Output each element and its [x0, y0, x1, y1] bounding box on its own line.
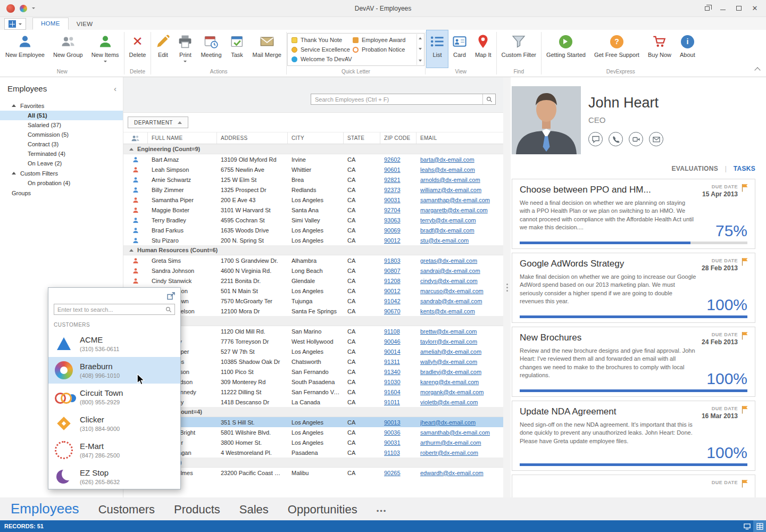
zip-link[interactable]: 91011	[384, 399, 413, 405]
zip-link[interactable]: 90069	[384, 227, 413, 234]
email-link[interactable]: robertr@dx-email.com	[420, 450, 499, 456]
delete-button[interactable]: ✕ Delete	[125, 30, 151, 68]
customer-item[interactable]: E-Mart (847) 286-2500	[48, 437, 180, 463]
chat-button[interactable]	[588, 132, 603, 146]
zip-link[interactable]: 91030	[384, 379, 413, 385]
zip-link[interactable]: 91340	[384, 369, 413, 375]
module-nav-item[interactable]: Customers	[98, 503, 155, 517]
email-link[interactable]: arnolds@dx-email.com	[420, 177, 499, 183]
search-button[interactable]	[482, 94, 495, 104]
employee-row[interactable]: Stu Pizaro 200 N. Spring St Los Angeles …	[123, 235, 503, 245]
maximize-button[interactable]	[731, 2, 747, 15]
popout-icon[interactable]	[167, 292, 175, 300]
touch-mode-icon[interactable]	[740, 520, 753, 532]
email-link[interactable]: bradf@dx-email.com	[420, 227, 499, 234]
module-nav-item[interactable]: •••	[377, 507, 387, 515]
module-nav-item[interactable]: Products	[174, 503, 220, 517]
quick-letter-item[interactable]: Thank You Note	[292, 35, 353, 45]
email-button[interactable]	[649, 132, 663, 146]
zip-link[interactable]: 90036	[384, 429, 413, 436]
sidebar-item[interactable]: Salaried (37)	[0, 120, 123, 130]
column-header-state[interactable]: STATE	[344, 132, 380, 144]
column-header-address[interactable]: ADDRESS	[217, 132, 288, 144]
new-items-button[interactable]: New Items	[87, 30, 123, 68]
column-header-full-name[interactable]: FULL NAME	[148, 132, 217, 144]
about-button[interactable]: i About	[676, 30, 700, 68]
zip-link[interactable]: 91103	[384, 450, 413, 456]
grid-view-icon[interactable]	[753, 520, 766, 532]
email-link[interactable]: morgank@dx-email.com	[420, 389, 499, 395]
meeting-button[interactable]: Meeting	[196, 30, 226, 68]
call-button[interactable]	[609, 132, 623, 146]
employee-row[interactable]: Sandra Johnson 4600 N Virginia Rd. Long …	[123, 265, 503, 276]
scroll-up-icon[interactable]	[419, 36, 422, 39]
scroll-down-icon[interactable]	[419, 48, 422, 52]
quick-letter-item[interactable]: Welcome To DevAV	[292, 54, 353, 64]
zip-link[interactable]: 92821	[384, 177, 413, 183]
email-link[interactable]: leahs@dx-email.com	[420, 167, 499, 173]
zip-link[interactable]: 92602	[384, 156, 413, 163]
sidebar-section[interactable]: Favorites	[0, 101, 123, 111]
email-link[interactable]: gretas@dx-email.com	[420, 257, 499, 264]
module-nav-item[interactable]: Employees	[11, 501, 79, 517]
zip-link[interactable]: 91108	[384, 328, 413, 335]
customer-item[interactable]: Braeburn (408) 996-1010	[48, 357, 180, 384]
map-it-button[interactable]: Map It	[471, 30, 496, 68]
sidebar-item[interactable]: Contract (3)	[0, 139, 123, 149]
zip-link[interactable]: 90014	[384, 348, 413, 355]
email-link[interactable]: barta@dx-email.com	[420, 156, 499, 163]
sidebar-item[interactable]: On probation (4)	[0, 178, 123, 188]
column-header-zip-code[interactable]: ZIP CODE	[380, 132, 417, 144]
zip-link[interactable]: 91311	[384, 359, 413, 365]
theme-color-icon[interactable]	[20, 5, 27, 12]
email-link[interactable]: sandrab@dx-email.com	[420, 298, 499, 304]
zip-link[interactable]: 90031	[384, 197, 413, 203]
new-group-button[interactable]: New Group	[49, 30, 87, 68]
task-button[interactable]: Task	[226, 30, 248, 68]
customer-item[interactable]: Clicker (310) 884-9000	[48, 410, 180, 437]
view-list-button[interactable]: List	[426, 30, 448, 68]
email-link[interactable]: arthurm@dx-email.com	[420, 439, 499, 446]
employee-row[interactable]: Cindy Stanwick 2211 Bonita Dr. Glendale …	[123, 276, 503, 286]
email-link[interactable]: edwardh@dx-email.com	[420, 470, 499, 476]
employee-row[interactable]: Bart Arnaz 13109 Old Myford Rd Irvine CA…	[123, 154, 503, 164]
employee-row[interactable]: Samantha Piper 200 E Ave 43 Los Angeles …	[123, 195, 503, 205]
employee-row[interactable]: Greta Sims 1700 S Grandview Dr. Alhambra…	[123, 255, 503, 265]
panel-splitter[interactable]	[503, 77, 511, 497]
close-button[interactable]: ✕	[747, 2, 763, 15]
quick-letter-item[interactable]: Probation Notice	[353, 45, 414, 54]
zip-link[interactable]: 90046	[384, 338, 413, 345]
buy-now-button[interactable]: Buy Now	[644, 30, 676, 68]
email-link[interactable]: bradleyj@dx-email.com	[420, 369, 499, 375]
quick-access-dropdown-icon[interactable]	[32, 7, 35, 11]
collapse-sidebar-icon[interactable]: ‹	[114, 84, 116, 93]
employee-row[interactable]: Terry Bradley 4595 Cochran St Simi Valle…	[123, 215, 503, 225]
email-link[interactable]: kents@dx-email.com	[420, 308, 499, 314]
group-row[interactable]: Engineering (Count=9)	[123, 144, 503, 154]
employee-row[interactable]: Leah Simpson 6755 Newlin Ave Whittier CA…	[123, 164, 503, 174]
zip-link[interactable]: 91042	[384, 298, 413, 304]
view-card-button[interactable]: Card	[448, 30, 471, 68]
zip-link[interactable]: 90601	[384, 167, 413, 173]
tab-evaluations[interactable]: EVALUATIONS	[671, 165, 718, 172]
popup-search-input[interactable]	[54, 306, 165, 313]
task-card[interactable]: Update NDA Agreement DUE DATE 16 Mar 201…	[512, 401, 755, 471]
sidebar-item[interactable]: Commission (5)	[0, 130, 123, 139]
email-link[interactable]: samanthap@dx-email.com	[420, 197, 499, 203]
custom-filter-button[interactable]: Custom Filter	[497, 30, 540, 68]
sidebar-section[interactable]: Custom Filters	[0, 168, 123, 178]
mail-merge-button[interactable]: Mail Merge	[248, 30, 286, 68]
sidebar-item[interactable]: On Leave (2)	[0, 159, 123, 168]
task-card[interactable]: Google AdWords Strategy DUE DATE 28 Feb …	[512, 253, 755, 323]
video-call-button[interactable]	[629, 132, 643, 146]
email-link[interactable]: stu@dx-email.com	[420, 237, 499, 244]
edit-button[interactable]: Edit	[152, 30, 174, 68]
tab-tasks[interactable]: TASKS	[734, 165, 755, 172]
zip-link[interactable]: 91208	[384, 278, 413, 284]
email-link[interactable]: wallyh@dx-email.com	[420, 359, 499, 365]
employee-row[interactable]: Billy Zimmer 1325 Prospect Dr Redlands C…	[123, 185, 503, 195]
customer-item[interactable]: EZ Stop (626) 265-8632	[48, 463, 180, 489]
zip-link[interactable]: 90012	[384, 288, 413, 294]
customer-item[interactable]: ACME (310) 536-0611	[48, 330, 180, 357]
gallery-scroll[interactable]	[417, 34, 423, 65]
